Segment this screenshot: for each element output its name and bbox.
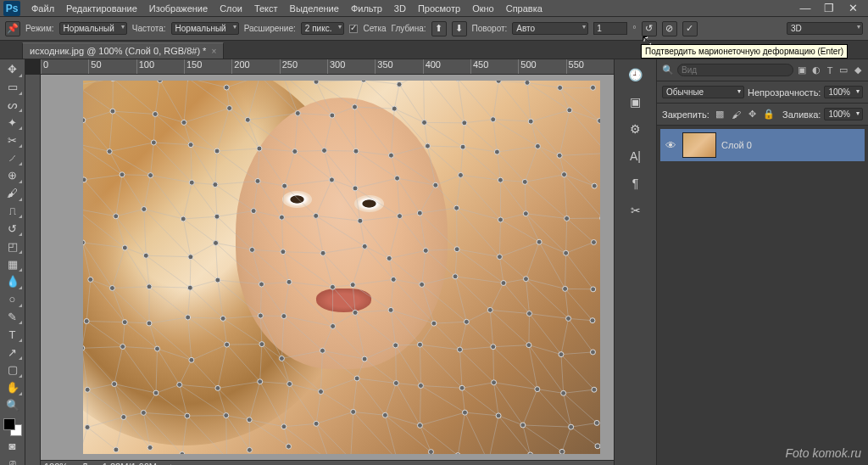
zoom-tool[interactable]: 🔍 [3,397,23,414]
menu-file[interactable]: Файл [25,3,60,14]
heal-tool[interactable]: ⊕ [3,167,23,184]
lasso-tool[interactable]: ᔕ [3,97,23,114]
menu-filter[interactable]: Фильтр [345,3,388,14]
menu-3d[interactable]: 3D [388,3,412,14]
svg-point-674 [180,451,185,454]
svg-line-269 [566,253,593,289]
lock-brush-icon[interactable]: 🖌 [729,108,743,121]
pen-tool[interactable]: ✎ [3,309,23,326]
opacity-field[interactable]: 100% [824,86,863,98]
window-restore[interactable]: ❐ [817,2,841,14]
color-swatches[interactable] [3,418,22,437]
workspace-3d-dropdown[interactable]: 3D [787,22,863,35]
window-minimize[interactable]: — [793,2,817,14]
svg-line-368 [158,349,180,384]
svg-line-11 [188,81,230,108]
properties-panel-icon[interactable]: ⚙ [623,119,648,139]
svg-line-326 [188,317,227,345]
path-tool[interactable]: ↗ [3,344,23,361]
gradient-tool[interactable]: ▦ [3,255,23,272]
blend-mode-dropdown[interactable]: Обычные [662,86,744,98]
fill-field[interactable]: 100% [824,108,863,120]
menu-view[interactable]: Просмотр [412,3,466,14]
svg-line-471 [316,412,353,423]
angle-field[interactable] [593,22,627,35]
depth-forward-icon[interactable]: ⬆ [431,21,447,36]
doc-info[interactable]: Док: 1,22M/1,66M [81,462,157,466]
menu-edit[interactable]: Редактирование [60,3,143,14]
svg-line-224 [567,218,594,242]
history-panel-icon[interactable]: 🕘 [623,64,648,85]
window-close[interactable]: ✕ [841,2,865,14]
lock-pixels-icon[interactable]: ▩ [713,108,726,121]
stamp-tool[interactable]: ⎍ [3,203,23,220]
commit-icon[interactable]: ✓ [682,21,698,36]
foreground-swatch[interactable] [3,418,15,430]
menu-select[interactable]: Выделение [284,3,345,14]
move-tool[interactable]: ✥ [3,61,23,78]
brushes-panel-icon[interactable]: ✂ [623,200,648,221]
cancel-icon[interactable]: ⊘ [662,21,677,36]
shape-tool[interactable]: ▢ [3,361,23,378]
quickmask-tool[interactable]: ◙ [3,437,23,454]
menu-text[interactable]: Текст [248,3,284,14]
lock-position-icon[interactable]: ✥ [746,108,760,121]
close-tab-icon[interactable]: × [211,47,216,56]
svg-line-425 [290,384,316,423]
svg-line-246 [323,246,364,253]
rotate-dropdown[interactable]: Авто [512,22,588,35]
canvas[interactable] [83,81,600,454]
lock-all-icon[interactable]: 🔒 [762,108,776,121]
zoom-readout[interactable]: 100% [44,462,68,466]
menu-help[interactable]: Справка [500,3,548,14]
svg-line-140 [122,175,144,210]
layer-thumbnail[interactable] [682,132,716,158]
depth-backward-icon[interactable]: ⬇ [452,21,467,36]
menu-image[interactable]: Изображение [143,3,214,14]
filter-shape-icon[interactable]: ▭ [838,64,849,77]
mode-dropdown[interactable]: Нормальный [59,22,127,35]
ruler-horizontal[interactable]: 050100150200250300350400450500550 [41,59,614,75]
svg-line-365 [123,347,156,394]
brush-tool[interactable]: 🖌 [3,185,23,202]
type-tool[interactable]: T [3,326,23,343]
layer-visibility-icon[interactable]: 👁 [664,139,677,152]
show-mesh-checkbox[interactable] [349,25,358,33]
ruler-vertical[interactable] [25,75,41,465]
character-panel-icon[interactable]: A| [623,146,648,166]
expansion-dropdown[interactable]: 2 пикс. [301,22,345,35]
layer-search[interactable] [677,64,793,76]
svg-point-586 [454,247,459,252]
svg-point-598 [330,284,335,289]
svg-line-306 [504,279,526,283]
marquee-tool[interactable]: ▭ [3,79,23,96]
document-tab[interactable]: исходник.jpg @ 100% (Слой 0, RGB/8#) * × [22,42,224,59]
svg-line-261 [499,242,539,256]
eraser-tool[interactable]: ◰ [3,238,23,255]
filter-adjust-icon[interactable]: ◐ [810,64,821,77]
screenmode-tool[interactable]: ⎚ [3,455,23,465]
actions-panel-icon[interactable]: ▣ [623,92,648,112]
density-dropdown[interactable]: Нормальный [171,22,239,35]
svg-line-60 [248,113,298,120]
menu-layers[interactable]: Слои [214,3,248,14]
blur-tool[interactable]: 💧 [3,273,23,290]
layer-name[interactable]: Слой 0 [721,140,752,150]
eyedropper-tool[interactable]: ⟋ [3,149,23,166]
svg-line-163 [398,178,400,216]
layer-row[interactable]: 👁 Слой 0 [660,129,865,161]
crop-tool[interactable]: ✂ [3,132,23,148]
paragraph-panel-icon[interactable]: ¶ [623,173,648,193]
hand-tool[interactable]: ✋ [3,379,23,396]
pin-icon[interactable]: 📌 [5,21,20,36]
filter-image-icon[interactable]: ▣ [797,64,807,77]
filter-type-icon[interactable]: T [825,64,835,77]
menu-window[interactable]: Окно [466,3,500,14]
history-brush-tool[interactable]: ↺ [3,220,23,237]
wand-tool[interactable]: ✦ [3,114,23,131]
svg-point-666 [462,410,467,415]
dodge-tool[interactable]: ○ [3,291,23,308]
filter-smart-icon[interactable]: ◆ [853,64,863,77]
svg-line-332 [260,316,281,358]
puppet-mesh[interactable] [83,81,600,454]
